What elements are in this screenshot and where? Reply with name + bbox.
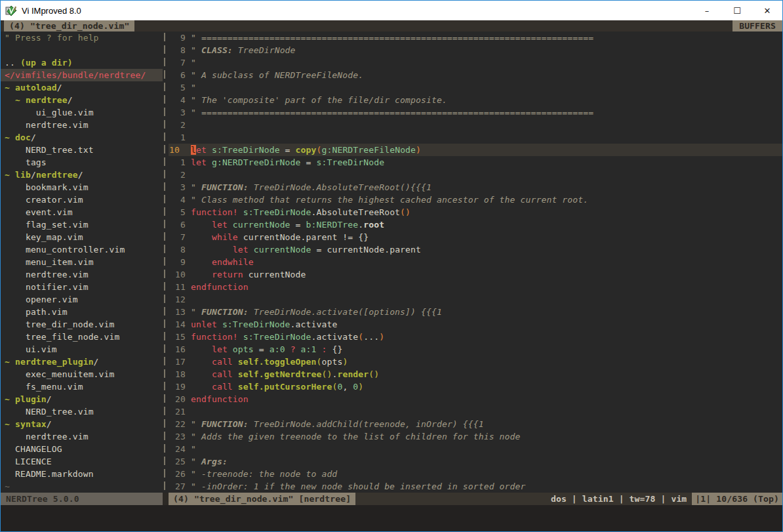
- code-line[interactable]: 27" -inOrder: 1 if the new node should b…: [169, 480, 782, 493]
- syntax-segment: [191, 270, 212, 279]
- code-line[interactable]: 5": [169, 81, 782, 94]
- tree-item[interactable]: creator.vim: [1, 194, 163, 206]
- tree-item[interactable]: notifier.vim: [1, 281, 163, 293]
- code-line[interactable]: 7 while currentNode.parent != {}: [169, 231, 782, 243]
- code-line[interactable]: 16 let opts = a:0 ? a:1 : {}: [169, 343, 782, 356]
- tree-item[interactable]: path.vim: [1, 306, 163, 318]
- tree-item[interactable]: .. (up a dir): [1, 56, 163, 69]
- tree-item[interactable]: ~ autoload/: [1, 81, 163, 94]
- code-line[interactable]: 17 call self.toggleOpen(opts): [169, 356, 782, 368]
- tree-item[interactable]: bookmark.vim: [1, 181, 163, 194]
- maximize-button[interactable]: ☐: [722, 1, 752, 20]
- line-number: 4: [169, 94, 186, 106]
- syntax-segment: [5, 95, 15, 105]
- syntax-segment: =: [254, 344, 270, 354]
- code-line[interactable]: 8" CLASS: TreeDirNode: [169, 44, 782, 56]
- tree-item[interactable]: ~ lib/nerdtree/: [1, 169, 163, 181]
- code-line[interactable]: 4" The 'composite' part of the file/dir …: [169, 94, 782, 106]
- tree-item[interactable]: ~: [1, 480, 163, 493]
- code-line[interactable]: 21: [169, 405, 782, 418]
- tree-item[interactable]: ui.vim: [1, 343, 163, 356]
- code-line[interactable]: 3" FUNCTION: TreeDirNode.AbsoluteTreeRoo…: [169, 181, 782, 194]
- line-number: 26: [169, 468, 186, 480]
- code-line[interactable]: 25" Args:: [169, 455, 782, 468]
- minimize-button[interactable]: –: [692, 1, 722, 20]
- code-window[interactable]: 9" =====================================…: [169, 31, 782, 493]
- statusline-fileinfo: dos | latin1 | tw=78 | vim: [355, 493, 692, 505]
- code-line[interactable]: 4" Class method that returns the highest…: [169, 194, 782, 206]
- code-line[interactable]: 2: [169, 169, 782, 181]
- syntax-segment: ...: [363, 332, 379, 342]
- code-line[interactable]: 10 return currentNode: [169, 268, 782, 281]
- syntax-segment: event.vim: [5, 207, 73, 217]
- code-line[interactable]: 22" FUNCTION: TreeDirNode.addChild(treen…: [169, 418, 782, 430]
- code-line[interactable]: 15function! s:TreeDirNode.activate(...): [169, 331, 782, 343]
- code-line[interactable]: 2: [169, 119, 782, 131]
- code-line[interactable]: 5function! s:TreeDirNode.AbsoluteTreeRoo…: [169, 206, 782, 218]
- syntax-segment: ui_glue.vim: [5, 108, 94, 117]
- tree-item[interactable]: exec_menuitem.vim: [1, 368, 163, 380]
- tree-item[interactable]: menu_item.vim: [1, 256, 163, 268]
- tree-item[interactable]: flag_set.vim: [1, 218, 163, 231]
- tree-item[interactable]: opener.vim: [1, 293, 163, 306]
- code-line[interactable]: 9" =====================================…: [169, 31, 782, 44]
- code-line[interactable]: 11endfunction: [169, 281, 782, 293]
- code-line[interactable]: 24": [169, 443, 782, 455]
- code-line[interactable]: 12: [169, 293, 782, 306]
- code-line-current[interactable]: 10let s:TreeDirNode = copy(g:NERDTreeFil…: [169, 144, 782, 156]
- code-line[interactable]: 8 let currentNode = currentNode.parent: [169, 243, 782, 256]
- tree-item[interactable]: ~ nerdtree/: [1, 94, 163, 106]
- tree-item[interactable]: tags: [1, 156, 163, 169]
- tab-tree-dir-node[interactable]: (4) "tree_dir_node.vim": [4, 20, 134, 31]
- syntax-segment: [191, 369, 212, 379]
- tree-item[interactable]: tree_dir_node.vim: [1, 318, 163, 331]
- line-number: 11: [169, 281, 186, 293]
- code-line[interactable]: 7": [169, 56, 782, 69]
- tree-item[interactable]: ~ nerdtree_plugin/: [1, 356, 163, 368]
- tree-item[interactable]: ui_glue.vim: [1, 106, 163, 119]
- tree-item[interactable]: README.markdown: [1, 468, 163, 480]
- statusline-filename: (4) "tree_dir_node.vim" [nerdtree]: [169, 493, 355, 505]
- code-line[interactable]: 19 call self.putCursorHere(0, 0): [169, 380, 782, 393]
- tree-item[interactable]: ~ doc/: [1, 131, 163, 144]
- syntax-segment: [238, 207, 243, 217]
- tree-item[interactable]: menu_controller.vim: [1, 243, 163, 256]
- tree-item[interactable]: LICENCE: [1, 455, 163, 468]
- code-line[interactable]: 6" A subclass of NERDTreeFileNode.: [169, 69, 782, 81]
- tree-item[interactable]: nerdtree.vim: [1, 268, 163, 281]
- window-separator[interactable]: [163, 31, 169, 493]
- main-area: " Press ? for help.. (up a dir)</vimfile…: [1, 31, 782, 493]
- tree-item[interactable]: event.vim: [1, 206, 163, 218]
- syntax-segment: s:TreeDirNode: [212, 145, 280, 155]
- tree-item[interactable]: key_map.vim: [1, 231, 163, 243]
- code-text: " The 'composite' part of the file/dir c…: [191, 94, 447, 106]
- code-line[interactable]: 20endfunction: [169, 393, 782, 405]
- tree-item[interactable]: nerdtree.vim: [1, 119, 163, 131]
- code-line[interactable]: 1let g:NERDTreeDirNode = s:TreeDirNode: [169, 156, 782, 169]
- tree-item[interactable]: fs_menu.vim: [1, 380, 163, 393]
- tree-item[interactable]: ~ plugin/: [1, 393, 163, 405]
- tree-root-item[interactable]: </vimfiles/bundle/nerdtree/: [1, 69, 163, 81]
- tree-item[interactable]: ~ syntax/: [1, 418, 163, 430]
- buffers-label: BUFFERS: [733, 20, 782, 31]
- tree-item[interactable]: nerdtree.vim: [1, 430, 163, 443]
- code-line[interactable]: 6 let currentNode = b:NERDTree.root: [169, 218, 782, 231]
- close-button[interactable]: ✕: [752, 1, 782, 20]
- syntax-segment: [217, 319, 222, 329]
- nerdtree-window[interactable]: " Press ? for help.. (up a dir)</vimfile…: [1, 31, 163, 493]
- code-line[interactable]: 3" =====================================…: [169, 106, 782, 119]
- code-line[interactable]: 26" -treenode: the node to add: [169, 468, 782, 480]
- code-text: endfunction: [191, 393, 249, 405]
- tree-item[interactable]: tree_file_node.vim: [1, 331, 163, 343]
- tree-item[interactable]: NERD_tree.vim: [1, 405, 163, 418]
- code-line[interactable]: 9 endwhile: [169, 256, 782, 268]
- tree-item[interactable]: " Press ? for help: [1, 31, 163, 44]
- code-text: ": [191, 443, 196, 455]
- code-line[interactable]: 1: [169, 131, 782, 144]
- tree-item[interactable]: CHANGELOG: [1, 443, 163, 455]
- code-line[interactable]: 18 call self.getNerdtree().render(): [169, 368, 782, 380]
- code-line[interactable]: 23" Adds the given treenode to the list …: [169, 430, 782, 443]
- code-line[interactable]: 14unlet s:TreeDirNode.activate: [169, 318, 782, 331]
- code-line[interactable]: 13" FUNCTION: TreeDirNode.activate([opti…: [169, 306, 782, 318]
- tree-item[interactable]: NERD_tree.txt: [1, 144, 163, 156]
